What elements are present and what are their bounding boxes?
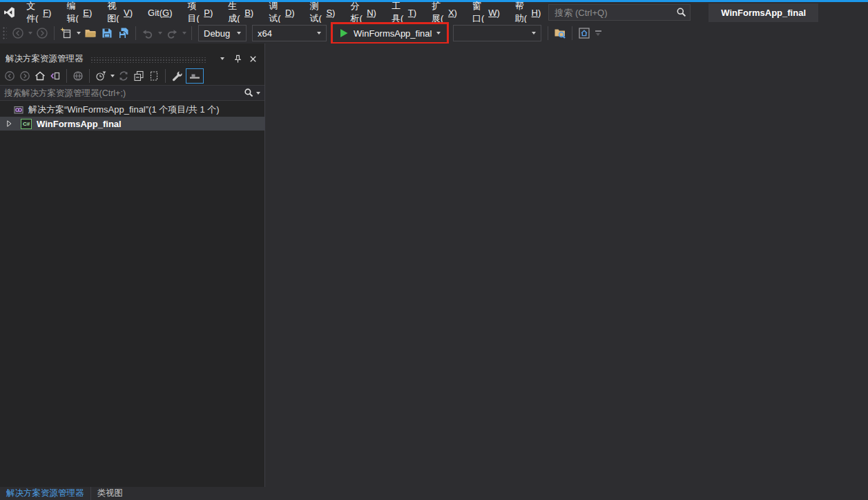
navigate-back-button[interactable] [10,25,26,41]
solution-explorer-search-input[interactable] [4,88,244,98]
forward-icon[interactable] [17,68,32,84]
browser-link-icon[interactable] [576,25,592,41]
solution-explorer-title-bar[interactable]: 解决方案资源管理器 [0,51,264,66]
preview-selected-items-icon[interactable] [186,68,204,84]
solution-explorer-panel: 解决方案资源管理器 [0,44,265,487]
menu-extensions[interactable]: 扩展(X) [424,2,465,23]
open-folder-button[interactable] [82,25,99,41]
pin-icon[interactable] [231,52,244,65]
toolbar-grip[interactable] [2,26,7,40]
visual-studio-logo-icon [0,6,19,19]
toolbar-separator [548,26,548,40]
solution-explorer-toolbar [0,66,264,85]
panel-title: 解决方案资源管理器 [6,53,84,65]
search-icon[interactable] [244,88,254,98]
visual-studio-window: { "colors": { "top_accent": "#1c97ea", "… [0,0,868,500]
solution-tree: 解决方案“WinFormsApp_final”(1 个项目/共 1 个) C# … [0,103,264,131]
solution-explorer-search-box[interactable] [0,85,264,101]
redo-dropdown[interactable] [180,25,188,41]
back-icon[interactable] [2,68,17,84]
new-project-button[interactable] [58,25,75,41]
navigate-forward-button[interactable] [34,25,50,41]
toolbar-separator [191,26,192,40]
tab-class-view[interactable]: 类视图 [90,487,130,500]
aux-toolbar-dropdown[interactable] [453,25,541,41]
solution-configuration-dropdown[interactable]: Debug [198,25,247,41]
toolbar-separator [165,69,166,83]
toolbar-overflow-button[interactable] [592,25,604,41]
menu-test[interactable]: 测试(S) [302,2,343,23]
solution-icon [13,104,24,115]
run-target-label: WinFormsApp_final [354,28,432,39]
pending-changes-filter-icon[interactable] [70,68,86,84]
configuration-value: Debug [204,28,237,39]
menu-tools[interactable]: 工具(T) [384,2,424,23]
tab-solution-explorer[interactable]: 解决方案资源管理器 [0,487,90,500]
solution-node-label: 解决方案“WinFormsApp_final”(1 个项目/共 1 个) [28,104,220,116]
redo-button[interactable] [164,25,180,41]
show-all-files-icon[interactable] [146,68,162,84]
menu-file[interactable]: 文件(F) [19,2,59,23]
standard-toolbar: Debug x64 WinFormsApp_final [0,23,868,44]
menu-edit[interactable]: 编辑(E) [59,2,99,23]
toolbar-separator [572,26,572,40]
menu-help[interactable]: 帮助(H) [508,2,548,23]
tool-window-tab-strip: 解决方案资源管理器 类视图 [0,487,868,500]
save-all-button[interactable] [115,25,132,41]
toolbar-separator [89,69,90,83]
open-files-filter-dropdown[interactable] [108,68,116,84]
menu-build[interactable]: 生成(B) [220,2,261,23]
open-files-filter-icon[interactable] [93,68,108,84]
window-position-dropdown-icon[interactable] [216,52,229,65]
find-in-files-icon[interactable] [552,25,568,41]
expander-chevron-icon[interactable] [3,119,15,128]
play-icon [339,28,349,38]
quick-search-input[interactable] [554,8,676,18]
close-icon[interactable] [247,52,259,65]
save-button[interactable] [99,25,115,41]
platform-value: x64 [258,28,317,39]
panel-title-grip [90,57,207,63]
menu-git[interactable]: Git(G) [140,2,180,23]
quick-search-box[interactable] [548,4,691,21]
toolbar-separator [66,69,67,83]
title-bar: 文件(F) 编辑(E) 视图(V) Git(G) 项目(P) 生成(B) 调试(… [0,0,868,23]
new-project-dropdown[interactable] [75,25,82,41]
tree-item-solution[interactable]: 解决方案“WinFormsApp_final”(1 个项目/共 1 个) [0,103,264,117]
undo-button[interactable] [139,25,156,41]
project-node-label: WinFormsApp_final [37,119,122,129]
search-options-dropdown-icon[interactable] [256,92,260,95]
navigate-back-dropdown[interactable] [26,25,34,41]
csharp-project-icon: C# [21,119,32,129]
editor-area [266,44,868,487]
home-icon[interactable] [32,68,48,84]
search-icon[interactable] [676,7,687,18]
solution-platform-dropdown[interactable]: x64 [252,25,327,41]
menu-analyze[interactable]: 分析(N) [343,2,383,23]
collapse-all-icon[interactable] [131,68,146,84]
menu-bar: 文件(F) 编辑(E) 视图(V) Git(G) 项目(P) 生成(B) 调试(… [19,2,548,23]
menu-debug[interactable]: 调试(D) [261,2,302,23]
properties-icon[interactable] [169,68,184,84]
start-debugging-button[interactable]: WinFormsApp_final [334,24,446,42]
menu-project[interactable]: 项目(P) [180,2,221,23]
window-title: WinFormsApp_final [708,3,818,22]
menu-window[interactable]: 窗口(W) [465,2,508,23]
switch-views-icon[interactable] [48,68,63,84]
toolbar-separator [135,26,136,40]
toolbar-separator [54,26,55,40]
tree-item-project[interactable]: C# WinFormsApp_final [0,117,264,131]
sync-with-active-document-icon[interactable] [116,68,131,84]
undo-dropdown[interactable] [156,25,164,41]
menu-view[interactable]: 视图(V) [99,2,140,23]
